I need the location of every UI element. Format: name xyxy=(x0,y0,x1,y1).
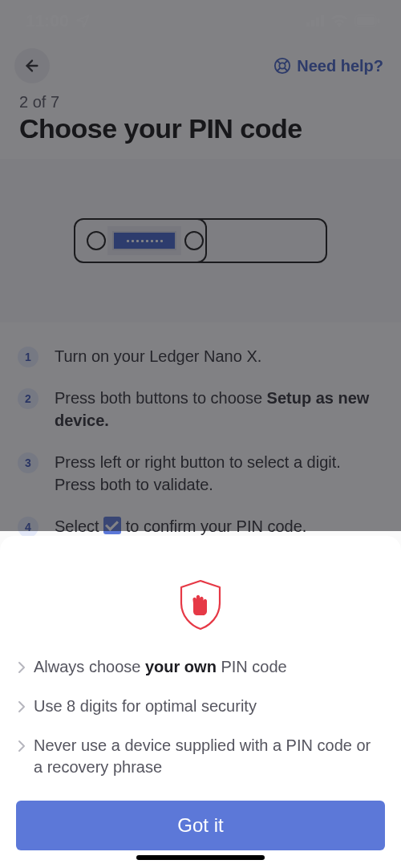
lifebuoy-icon xyxy=(273,57,291,75)
svg-rect-0 xyxy=(306,22,310,26)
svg-point-9 xyxy=(280,63,286,68)
instruction-item: 4 Select to confirm your PIN code. xyxy=(18,515,383,537)
shield-hand-icon xyxy=(178,579,223,631)
svg-rect-1 xyxy=(311,20,314,26)
back-button[interactable] xyxy=(14,48,50,83)
instruction-list: 1 Turn on your Ledger Nano X. 2 Press bo… xyxy=(0,322,401,560)
step-text: Press both buttons to choose Setup as ne… xyxy=(55,387,383,432)
svg-rect-2 xyxy=(316,18,319,26)
tip-item: Always choose your own PIN code xyxy=(18,656,383,679)
step-number-badge: 2 xyxy=(18,388,38,409)
step-number-badge: 1 xyxy=(18,347,38,367)
svg-rect-5 xyxy=(357,17,375,25)
tips-list: Always choose your own PIN code Use 8 di… xyxy=(16,656,385,778)
got-it-label: Got it xyxy=(177,814,223,837)
svg-line-10 xyxy=(277,61,281,64)
tip-text: Always choose your own PIN code xyxy=(34,656,287,678)
help-link[interactable]: Need help? xyxy=(273,57,383,75)
help-label: Need help? xyxy=(297,57,383,75)
step-number-badge: 4 xyxy=(18,517,38,537)
tip-item: Use 8 digits for optimal security xyxy=(18,696,383,719)
location-icon xyxy=(75,14,90,28)
cellular-icon xyxy=(306,15,324,26)
step-text: Select to confirm your PIN code. xyxy=(55,515,306,537)
got-it-button[interactable]: Got it xyxy=(16,801,385,850)
instruction-item: 3 Press left or right button to select a… xyxy=(18,451,383,496)
checkmark-icon xyxy=(103,517,121,534)
svg-line-13 xyxy=(277,68,281,71)
instruction-item: 2 Press both buttons to choose Setup as … xyxy=(18,387,383,432)
home-indicator xyxy=(136,855,265,860)
chevron-right-icon xyxy=(18,658,26,679)
step-header: 2 of 7 Choose your PIN code xyxy=(0,90,401,159)
step-number-badge: 3 xyxy=(18,452,38,473)
tip-text: Never use a device supplied with a PIN c… xyxy=(34,735,383,778)
chevron-right-icon xyxy=(18,697,26,719)
page-title: Choose your PIN code xyxy=(19,113,382,144)
wifi-icon xyxy=(330,14,348,27)
tips-sheet: Always choose your own PIN code Use 8 di… xyxy=(0,536,401,868)
svg-rect-6 xyxy=(378,18,380,23)
instruction-item: 1 Turn on your Ledger Nano X. xyxy=(18,345,383,367)
step-counter: 2 of 7 xyxy=(19,93,382,112)
svg-rect-3 xyxy=(321,15,324,26)
tip-text: Use 8 digits for optimal security xyxy=(34,696,257,717)
device-illustration xyxy=(0,159,401,322)
arrow-left-icon xyxy=(23,57,41,75)
step-text: Press left or right button to select a d… xyxy=(55,451,383,496)
tip-item: Never use a device supplied with a PIN c… xyxy=(18,735,383,778)
battery-icon xyxy=(354,14,380,27)
svg-line-12 xyxy=(285,61,288,64)
svg-line-11 xyxy=(285,68,288,71)
chevron-right-icon xyxy=(18,736,26,758)
status-bar: 11:00 xyxy=(0,0,401,37)
step-text: Turn on your Ledger Nano X. xyxy=(55,345,261,367)
header: Need help? xyxy=(0,37,401,90)
status-time: 11:00 xyxy=(26,11,69,30)
